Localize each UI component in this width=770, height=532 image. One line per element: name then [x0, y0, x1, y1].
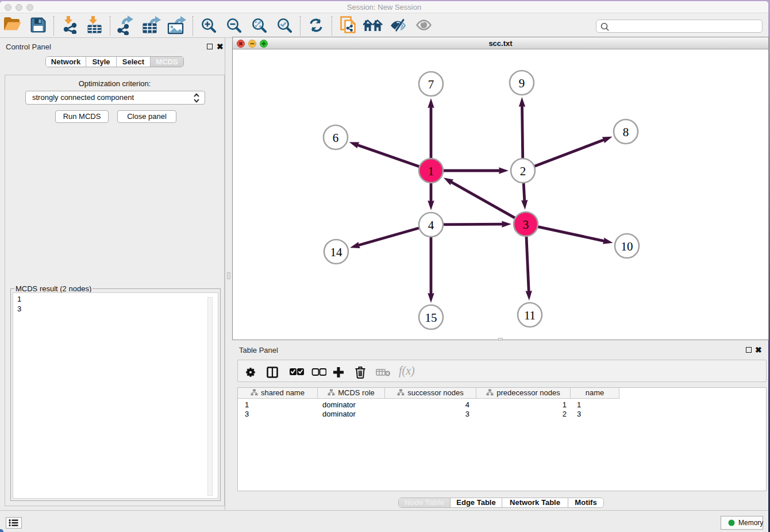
svg-text:4: 4	[428, 218, 434, 232]
svg-text:1: 1	[428, 164, 434, 178]
svg-text:3: 3	[523, 218, 529, 232]
svg-text:8: 8	[623, 125, 629, 139]
svg-text:10: 10	[621, 240, 633, 253]
svg-text:14: 14	[330, 245, 343, 259]
svg-text:2: 2	[520, 164, 526, 178]
svg-text:7: 7	[428, 78, 434, 91]
svg-text:11: 11	[524, 309, 536, 322]
svg-text:6: 6	[333, 131, 339, 145]
svg-text:9: 9	[519, 76, 525, 90]
svg-text:15: 15	[425, 311, 437, 325]
